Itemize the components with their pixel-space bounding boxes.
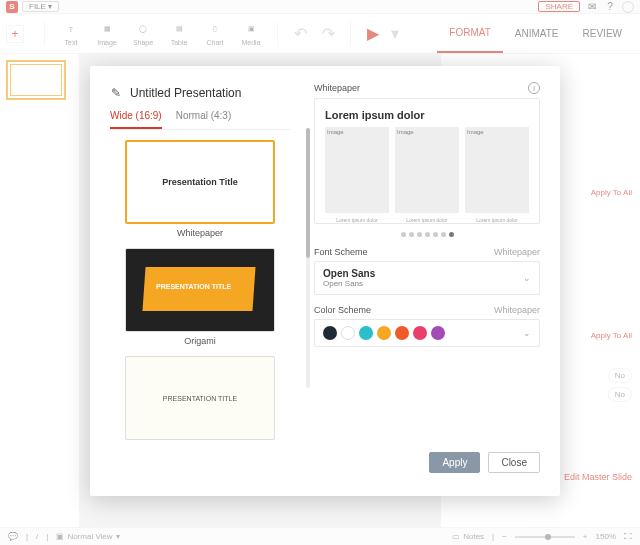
preview-title: Lorem ipsum dolor xyxy=(325,109,529,121)
font-scheme-sub: Open Sans xyxy=(323,279,375,288)
theme-preview-text: PRESENTATION TITLE xyxy=(163,395,237,402)
font-scheme-value: Whitepaper xyxy=(494,247,540,257)
theme-list-scrollbar[interactable] xyxy=(306,128,310,388)
font-scheme-label: Font Scheme xyxy=(314,247,368,257)
font-scheme-dropdown[interactable]: Open Sans Open Sans ⌄ xyxy=(314,261,540,295)
theme-preview-text: Presentation Title xyxy=(162,177,237,187)
apply-button[interactable]: Apply xyxy=(429,452,480,473)
color-swatches xyxy=(323,326,445,340)
theme-card-origami[interactable]: PRESENTATION TITLE Origami xyxy=(125,248,275,346)
font-scheme-main: Open Sans xyxy=(323,268,375,279)
theme-picker-modal: ✎ Untitled Presentation Wide (16:9) Norm… xyxy=(90,66,560,496)
color-scheme-label: Color Scheme xyxy=(314,305,371,315)
preview-image-placeholder xyxy=(465,127,529,213)
chevron-down-icon: ⌄ xyxy=(523,273,531,283)
layout-pagination[interactable] xyxy=(314,232,540,237)
ratio-normal-tab[interactable]: Normal (4:3) xyxy=(176,110,232,129)
theme-name: Whitepaper xyxy=(125,228,275,238)
chevron-down-icon: ⌄ xyxy=(523,328,531,338)
color-scheme-value: Whitepaper xyxy=(494,305,540,315)
presentation-title-input[interactable]: Untitled Presentation xyxy=(130,86,241,100)
layout-preview: Lorem ipsum dolor xyxy=(314,98,540,224)
theme-card-whitepaper[interactable]: Presentation Title Whitepaper xyxy=(125,140,275,238)
edit-title-icon[interactable]: ✎ xyxy=(110,87,122,99)
preview-image-placeholder xyxy=(325,127,389,213)
close-button[interactable]: Close xyxy=(488,452,540,473)
preview-header: Whitepaper xyxy=(314,83,360,93)
theme-list: Presentation Title Whitepaper PRESENTATI… xyxy=(110,140,290,440)
color-scheme-dropdown[interactable]: ⌄ xyxy=(314,319,540,347)
theme-name: Origami xyxy=(125,336,275,346)
theme-preview-text: PRESENTATION TITLE xyxy=(156,283,231,290)
preview-image-placeholder xyxy=(395,127,459,213)
info-icon[interactable]: i xyxy=(528,82,540,94)
ratio-wide-tab[interactable]: Wide (16:9) xyxy=(110,110,162,129)
theme-card-3[interactable]: PRESENTATION TITLE xyxy=(125,356,275,440)
